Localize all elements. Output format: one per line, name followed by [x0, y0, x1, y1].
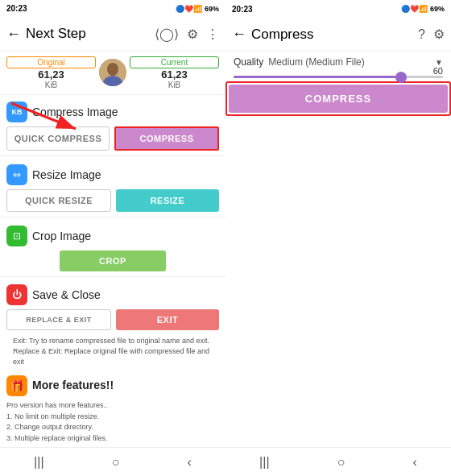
resize-icon: ⇔ [6, 164, 27, 185]
crop-buttons: CROP [6, 250, 219, 271]
left-time: 20:23 [6, 4, 27, 13]
image-info-bar: Original 61,23 KiB Current 61,23 KiB [0, 52, 226, 95]
right-status-bar: 20:23 🔵❤️📶 69% [226, 0, 451, 18]
more-icon: 🎁 [6, 375, 27, 396]
right-settings-icon[interactable]: ⚙ [433, 27, 445, 42]
left-nav-home-icon[interactable]: ○ [112, 455, 120, 470]
compress-button-container: COMPRESS [226, 81, 451, 116]
current-label: Current [130, 56, 219, 68]
save-note: Exit: Try to rename compressed file to o… [6, 333, 219, 369]
current-info: Current 61,23 KiB [130, 56, 219, 89]
left-bottom-nav: ||| ○ ‹ [0, 447, 226, 476]
compress-buttons: QUICK COMPRESS COMPRESS [6, 126, 219, 151]
current-unit: KiB [168, 81, 181, 89]
resize-title: Resize Image [32, 168, 101, 181]
help-icon[interactable]: ? [418, 27, 425, 42]
right-battery: 69% [430, 5, 445, 13]
crop-icon: ⊡ [6, 226, 27, 246]
resize-button[interactable]: RESIZE [116, 189, 219, 212]
left-nav-menu-icon[interactable]: ||| [34, 455, 43, 470]
left-signal-icon: 🔵❤️📶 [176, 5, 202, 13]
more-title: More features!! [32, 379, 114, 391]
resize-buttons: QUICK RESIZE RESIZE [6, 189, 219, 212]
more-icon[interactable]: ⋮ [206, 27, 219, 42]
quality-value: Medium (Medium File) [268, 56, 430, 68]
original-label: Original [6, 56, 96, 68]
original-info: Original 61,23 KiB [6, 56, 96, 89]
save-buttons: REPLACE & EXIT EXIT [6, 309, 219, 330]
slider-track[interactable] [234, 76, 443, 78]
original-size: 61,23 [38, 68, 64, 81]
save-icon: ⏻ [6, 284, 27, 305]
svg-point-1 [107, 63, 118, 76]
more-section: 🎁 More features!! Pro version has more f… [0, 369, 226, 447]
quality-label: Quality [234, 56, 263, 68]
exit-button[interactable]: EXIT [116, 309, 219, 330]
crop-button[interactable]: CROP [60, 250, 166, 271]
quality-slider-container: 60 [226, 69, 451, 81]
more-text: Pro version has more features.. 1. No li… [6, 400, 219, 444]
right-back-button[interactable]: ← [232, 26, 246, 43]
compress-title: Compress Image [32, 106, 118, 118]
left-nav-back-icon[interactable]: ‹ [188, 455, 192, 470]
right-bottom-nav: ||| ○ ‹ [226, 447, 451, 476]
current-size: 61,23 [161, 68, 188, 81]
right-nav-menu-icon[interactable]: ||| [259, 455, 269, 470]
left-battery: 69% [205, 5, 219, 13]
right-nav-back-icon[interactable]: ‹ [413, 455, 417, 470]
slider-thumb[interactable] [395, 72, 407, 83]
settings-icon[interactable]: ⚙ [187, 27, 198, 42]
compress-button[interactable]: COMPRESS [114, 126, 219, 151]
quick-compress-button[interactable]: QUICK COMPRESS [6, 126, 110, 151]
left-back-button[interactable]: ← [6, 26, 21, 43]
right-top-nav: ← Compress ? ⚙ [226, 18, 451, 52]
save-section: ⏻ Save & Close REPLACE & EXIT EXIT Exit:… [0, 278, 226, 369]
compress-section: KB Compress Image QUICK COMPRESS COMPRES… [0, 95, 226, 154]
avatar [99, 59, 126, 86]
quality-row: Quality Medium (Medium File) ▼ [226, 52, 451, 69]
right-screen: 20:23 🔵❤️📶 69% ← Compress ? ⚙ Quality Me… [226, 0, 451, 476]
left-status-bar: 20:23 🔵❤️📶 69% [0, 0, 226, 18]
right-nav-title: Compress [251, 27, 418, 43]
share-icon[interactable]: ⟨◯⟩ [155, 27, 179, 42]
slider-fill [234, 76, 401, 78]
right-nav-home-icon[interactable]: ○ [337, 455, 345, 470]
left-nav-title: Next Step [26, 26, 155, 42]
compress-icon: KB [6, 101, 27, 122]
crop-section: ⊡ Crop Image CROP [0, 219, 226, 275]
crop-title: Crop Image [32, 230, 91, 242]
left-top-nav: ← Next Step ⟨◯⟩ ⚙ ⋮ [0, 18, 226, 52]
right-time: 20:23 [232, 5, 253, 14]
left-screen: 20:23 🔵❤️📶 69% ← Next Step ⟨◯⟩ ⚙ ⋮ Origi… [0, 0, 226, 476]
quality-dropdown-arrow[interactable]: ▼ [435, 58, 443, 67]
resize-section: ⇔ Resize Image QUICK RESIZE RESIZE [0, 158, 226, 215]
quick-resize-button[interactable]: QUICK RESIZE [6, 189, 111, 212]
slider-value: 60 [433, 66, 443, 76]
replace-exit-button[interactable]: REPLACE & EXIT [6, 309, 111, 330]
right-compress-button[interactable]: COMPRESS [229, 85, 448, 113]
right-signal: 🔵❤️📶 [401, 5, 428, 13]
save-title: Save & Close [32, 288, 101, 301]
original-unit: KiB [45, 81, 58, 89]
